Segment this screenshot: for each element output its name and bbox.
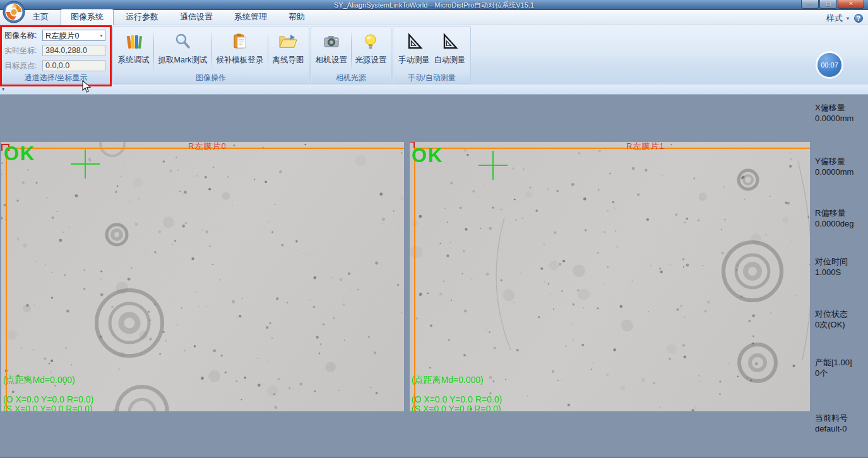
window-title: SY_AliagnSystemLinkToWorld---MicroDistPr… <box>0 1 868 10</box>
setsquare-icon <box>405 31 424 52</box>
chevron-down-icon[interactable]: ▼ <box>99 33 104 38</box>
tab-comm-settings[interactable]: 通信设置 <box>170 9 222 25</box>
menu-bar: 主页 图像系统 运行参数 通信设置 系统管理 帮助 样式 ▼ ? <box>0 10 868 25</box>
capacity-readout: 产能[1.00]0个 <box>815 357 868 379</box>
setsquare-icon <box>440 31 459 52</box>
ribbon-tabs: 主页 图像系统 运行参数 通信设置 系统管理 帮助 <box>23 10 317 25</box>
camera-view-1[interactable]: R左膜片1 OK (点距离Md=0.000) (O X=0.0 Y=0.0 R=… <box>410 142 810 411</box>
tab-image-system[interactable]: 图像系统 <box>61 9 114 25</box>
status-ok-text: OK <box>412 146 444 165</box>
title-bar: SY_AliagnSystemLinkToWorld---MicroDistPr… <box>0 0 868 10</box>
group-title-channel: 通道选择/坐标显示 <box>3 73 109 83</box>
o-offset-readout: (O X=0.0 Y=0.0 R=0.0) <box>3 394 93 404</box>
y-offset-readout: Y偏移量0.0000mm <box>815 156 868 177</box>
books-icon <box>124 31 143 52</box>
collapse-ribbon-icon[interactable]: ▾ <box>2 86 4 92</box>
group-title-image-ops: 图像操作 <box>114 73 308 83</box>
tab-run-params[interactable]: 运行参数 <box>116 9 168 25</box>
application-window: SY_AliagnSystemLinkToWorld---MicroDistPr… <box>0 0 868 458</box>
lightbulb-icon <box>361 31 380 52</box>
style-menu[interactable]: 样式 <box>826 13 843 24</box>
camera-settings-button[interactable]: 相机设置 <box>316 27 347 73</box>
md-distance-readout: (点距离Md=0.000) <box>3 375 75 386</box>
offline-map-button[interactable]: 离线导图 <box>272 27 304 73</box>
separator <box>211 30 212 71</box>
system-debug-button[interactable]: 系统调试 <box>118 27 150 73</box>
separator <box>153 30 154 71</box>
s-offset-readout: (S X=0.0 Y=0.0 R=0.0) <box>412 404 501 411</box>
maximize-button[interactable]: ▢ <box>819 0 837 9</box>
cycle-timer-badge: 00:07 <box>817 53 841 77</box>
group-measure: 手动测量 自动测量 手动/自动测量 <box>393 26 471 84</box>
roi-rectangle <box>414 148 810 411</box>
roi-label: R左膜片1 <box>626 142 665 152</box>
tab-system-mgmt[interactable]: 系统管理 <box>225 9 276 25</box>
group-channel-select: 图像名称: R左膜片0 ▼ 实时坐标: 384.0,288.0 目标原点: 0.… <box>1 26 110 84</box>
group-title-measure: 手动/自动测量 <box>394 73 470 83</box>
image-name-combobox[interactable]: R左膜片0 ▼ <box>42 30 105 41</box>
current-part-readout: 当前料号default-0 <box>815 413 868 434</box>
grab-mark-test-button[interactable]: 抓取Mark测试 <box>158 27 208 73</box>
light-settings-button[interactable]: 光源设置 <box>355 27 386 73</box>
roi-label: R左膜片0 <box>188 142 227 152</box>
ribbon: 图像名称: R左膜片0 ▼ 实时坐标: 384.0,288.0 目标原点: 0.… <box>0 25 868 85</box>
app-orb-button[interactable] <box>3 1 25 23</box>
align-status-readout: 对位状态0次(OK) <box>815 308 868 330</box>
s-offset-readout: (S X=0.0 Y=0.0 R=0.0) <box>3 404 93 411</box>
realtime-coord-field[interactable]: 384.0,288.0 <box>42 45 105 56</box>
template-register-button[interactable]: 候补模板登录 <box>216 27 263 73</box>
x-offset-readout: X偏移量0.0000mm <box>815 102 868 124</box>
camera-view-0[interactable]: R左膜片0 OK (点距离Md=0.000) (O X=0.0 Y=0.0 R=… <box>1 142 404 411</box>
template-clipboard-icon <box>230 31 249 52</box>
help-icon[interactable]: ? <box>854 14 863 23</box>
separator <box>268 30 268 71</box>
group-image-ops: 系统调试 抓取Mark测试 <box>112 26 309 84</box>
separator <box>351 30 352 71</box>
align-time-readout: 对位时间1.000S <box>815 256 868 278</box>
md-distance-readout: (点距离Md=0.000) <box>412 375 484 386</box>
o-offset-readout: (O X=0.0 Y=0.0 R=0.0) <box>412 394 502 404</box>
auto-measure-button[interactable]: 自动测量 <box>434 27 465 73</box>
realtime-coord-label: 实时坐标: <box>4 45 42 56</box>
close-button[interactable]: ✕ <box>838 0 864 9</box>
camera-icon <box>322 31 341 52</box>
target-origin-field[interactable]: 0.0,0.0 <box>42 60 105 71</box>
crosshair-icon <box>71 150 100 179</box>
chevron-down-icon: ▼ <box>845 16 850 21</box>
minimize-button[interactable]: — <box>801 0 819 9</box>
mouse-cursor <box>82 80 92 96</box>
window-controls: — ▢ ✕ <box>800 0 864 9</box>
group-title-camera-light: 相机光源 <box>312 73 390 83</box>
image-name-label: 图像名称: <box>4 30 42 41</box>
target-origin-label: 目标原点: <box>4 61 42 71</box>
status-ok-text: OK <box>4 144 36 163</box>
offline-folder-icon <box>278 31 298 52</box>
r-offset-readout: R偏移量0.0000deg <box>815 208 868 229</box>
ribbon-tail-strip: ▾ <box>0 85 868 95</box>
roi-rectangle <box>6 148 404 411</box>
crosshair-icon <box>479 151 508 180</box>
magnifier-icon <box>173 31 192 52</box>
manual-measure-button[interactable]: 手动测量 <box>398 27 430 73</box>
tab-help[interactable]: 帮助 <box>279 9 314 25</box>
group-camera-light: 相机设置 光源设置 相机光源 <box>311 26 391 84</box>
tab-home[interactable]: 主页 <box>23 9 58 25</box>
